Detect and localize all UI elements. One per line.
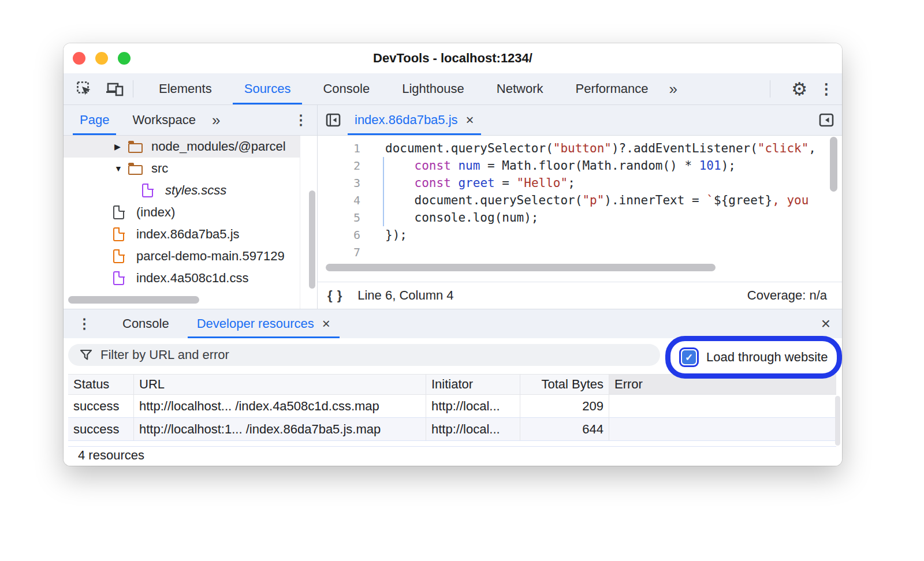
drawer-tab-developer-resources[interactable]: Developer resources× [183, 309, 344, 338]
drawer-menu-icon[interactable]: ⋮ [77, 316, 91, 332]
drawer: ⋮ ConsoleDeveloper resources× × ✓ Load t… [64, 309, 842, 466]
annotation-highlight: ✓ Load through website [665, 336, 842, 379]
navigator-tab-workspace[interactable]: Workspace [121, 105, 207, 135]
editor-vertical-scrollbar[interactable] [830, 137, 837, 192]
code-line: 2 const num = Math.floor(Math.random() *… [318, 157, 842, 174]
more-panels-icon[interactable]: » [664, 80, 681, 98]
code-line: 3 const greet = "Hello"; [318, 174, 842, 192]
column-header-total-bytes[interactable]: Total Bytes [520, 375, 609, 394]
close-icon[interactable]: × [322, 316, 330, 332]
column-header-url[interactable]: URL [134, 375, 426, 394]
tab-label: Console [323, 81, 370, 96]
line-number[interactable]: 6 [318, 226, 360, 244]
sidebar-vertical-scrollbar[interactable] [309, 190, 315, 289]
tree-item-label: styles.scss [165, 183, 226, 198]
tree-item-label: index.86da7ba5.js [136, 227, 240, 242]
folder-icon [128, 165, 143, 175]
settings-gear-icon[interactable]: ⚙ [791, 78, 807, 100]
tree-item-label: (index) [136, 205, 175, 220]
titlebar: DevTools - localhost:1234/ [64, 43, 842, 73]
code-text[interactable]: document.querySelector("button")?.addEve… [385, 140, 816, 157]
pretty-print-icon[interactable]: { } [327, 288, 342, 303]
code-text[interactable]: const greet = "Hello"; [385, 174, 575, 192]
cell-initiator: http://local... [426, 418, 520, 440]
panel-tab-bar: ElementsSourcesConsoleLighthouseNetworkP… [143, 73, 664, 104]
file-icon [113, 271, 124, 285]
filter-input[interactable] [100, 347, 609, 362]
tree-item-index[interactable]: (index) [64, 201, 300, 223]
tree-item-label: parcel-demo-main.597129 [136, 249, 285, 264]
column-header-initiator[interactable]: Initiator [426, 375, 520, 394]
device-toolbar-icon[interactable] [106, 81, 124, 96]
folder-icon [128, 143, 143, 153]
line-number[interactable]: 2 [318, 157, 360, 174]
editor-tab-index-86da7ba5-js[interactable]: index.86da7ba5.js × [346, 105, 482, 135]
line-number[interactable]: 4 [318, 192, 360, 209]
editor-horizontal-scrollbar[interactable] [326, 264, 716, 271]
panel-tab-console[interactable]: Console [307, 73, 386, 104]
tree-item-label: node_modules/@parcel [151, 139, 286, 154]
navigator-tab-page[interactable]: Page [68, 105, 121, 135]
editor-pane: index.86da7ba5.js × 1document.querySelec… [318, 105, 842, 309]
tree-item-parcel-demo-main-597129[interactable]: parcel-demo-main.597129 [64, 245, 300, 267]
table-row[interactable]: successhttp://localhost:1... /index.86da… [68, 418, 836, 441]
code-editor[interactable]: 1document.querySelector("button")?.addEv… [318, 136, 842, 282]
drawer-tab-console[interactable]: Console [109, 309, 183, 338]
close-window-button[interactable] [73, 52, 85, 65]
code-line: 7 [318, 244, 842, 261]
tree-item-index-86da7ba5-js[interactable]: index.86da7ba5.js [64, 223, 300, 245]
cell-error [609, 418, 836, 440]
close-tab-icon[interactable]: × [466, 112, 474, 128]
tree-item-node-modules-parcel[interactable]: ▶node_modules/@parcel [64, 136, 300, 158]
tree-item-index-4a508c1d-css[interactable]: index.4a508c1d.css [64, 267, 300, 289]
editor-tab-bar: index.86da7ba5.js × [318, 105, 842, 136]
code-text[interactable]: document.querySelector("p").innerText = … [385, 192, 808, 209]
code-line: 6}); [318, 226, 842, 244]
tree-item-src[interactable]: ▼src [64, 158, 300, 179]
chevron-collapsed-icon[interactable]: ▶ [114, 142, 128, 151]
line-number[interactable]: 1 [318, 140, 360, 157]
toggle-debugger-sidebar-icon[interactable] [819, 113, 834, 128]
hide-navigator-icon[interactable] [326, 113, 341, 128]
load-through-website-label[interactable]: Load through website [706, 350, 828, 365]
filter-funnel-icon [80, 349, 92, 361]
customize-menu-icon[interactable]: ⋮ [819, 80, 834, 98]
panel-tab-network[interactable]: Network [480, 73, 560, 104]
cursor-position: Line 6, Column 4 [357, 288, 453, 303]
cell-status: success [68, 395, 134, 417]
maximize-window-button[interactable] [118, 52, 131, 65]
sidebar-horizontal-scrollbar[interactable] [68, 296, 199, 304]
code-text[interactable]: const num = Math.floor(Math.random() * 1… [385, 157, 736, 174]
panel-tab-elements[interactable]: Elements [143, 73, 228, 104]
tab-label: Performance [576, 81, 649, 96]
tab-label: Page [80, 113, 109, 128]
tab-label: Elements [159, 81, 212, 96]
inspect-element-icon[interactable] [76, 81, 92, 97]
panel-tab-performance[interactable]: Performance [560, 73, 665, 104]
file-tree: ▶node_modules/@parcel▼srcstyles.scss(ind… [64, 136, 300, 309]
panel-tab-lighthouse[interactable]: Lighthouse [386, 73, 480, 104]
resources-table: StatusURLInitiatorTotal BytesErrorsucces… [68, 374, 836, 447]
tree-item-styles-scss[interactable]: styles.scss [64, 179, 300, 201]
more-navigator-tabs-icon[interactable]: » [207, 111, 225, 129]
filter-bar[interactable] [68, 344, 660, 366]
code-text[interactable]: console.log(num); [385, 209, 539, 226]
load-through-website-checkbox[interactable]: ✓ [679, 347, 699, 367]
resource-count: 4 resources [78, 445, 144, 466]
cell-initiator: http://local... [426, 395, 520, 417]
checkbox-fill: ✓ [682, 350, 696, 364]
navigator-menu-icon[interactable]: ⋮ [294, 112, 308, 128]
table-row[interactable]: successhttp://localhost... /index.4a508c… [68, 395, 836, 418]
line-number[interactable]: 3 [318, 174, 360, 192]
minimize-window-button[interactable] [95, 52, 108, 65]
devtools-window: DevTools - localhost:1234/ ElementsSourc… [64, 43, 842, 466]
panel-tab-sources[interactable]: Sources [228, 73, 307, 104]
table-vertical-scrollbar[interactable] [835, 396, 840, 446]
chevron-expanded-icon[interactable]: ▼ [114, 164, 128, 173]
line-number[interactable]: 5 [318, 209, 360, 226]
indent-guide [383, 157, 384, 226]
close-drawer-icon[interactable]: × [821, 309, 830, 338]
line-number[interactable]: 7 [318, 244, 360, 261]
code-text[interactable]: }); [385, 226, 407, 244]
column-header-status[interactable]: Status [68, 375, 134, 394]
